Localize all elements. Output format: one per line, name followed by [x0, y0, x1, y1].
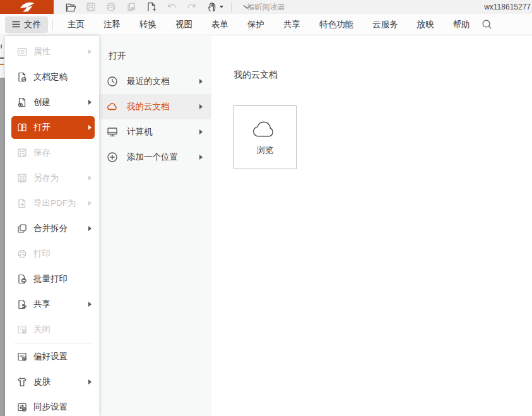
file-menu-item: 打印 — [5, 241, 99, 266]
file-menu-item-label: 批量打印 — [33, 273, 68, 285]
share-icon — [16, 299, 28, 310]
file-menu-item-label: 创建 — [33, 97, 50, 108]
submenu-arrow-icon — [88, 226, 92, 231]
save-file-icon — [16, 147, 28, 158]
file-menu-item-label: 导出PDF为 — [33, 198, 76, 209]
hand-tool-caret-icon[interactable] — [220, 6, 223, 8]
file-menu-item[interactable]: 创建 — [5, 90, 99, 115]
submenu-arrow-icon — [199, 129, 203, 134]
submenu-arrow-icon — [88, 201, 92, 206]
search-button[interactable] — [481, 18, 493, 30]
toolbar-separator — [231, 3, 232, 11]
open-submenu-item-label: 我的云文档 — [127, 101, 170, 112]
submenu-arrow-icon — [88, 302, 92, 307]
background-glyph — [0, 57, 4, 59]
menu-tab-10[interactable]: 放映 — [417, 19, 434, 30]
menubar: 文件 主页注释转换视图表单保护共享特色功能云服务放映帮助 — [0, 14, 532, 35]
file-menu-item[interactable]: 皮肤 — [5, 369, 99, 395]
export-pdf-icon — [16, 198, 28, 209]
file-menu-item-label: 关闭 — [33, 324, 50, 335]
sync-settings-icon — [16, 401, 28, 413]
cloud-documents-icon — [106, 100, 119, 113]
foxit-logo-icon — [19, 1, 35, 13]
titlebar: 福昕阅读器 wx118615277 — [0, 0, 532, 14]
menu-tab-3[interactable]: 转换 — [139, 19, 157, 30]
file-menu-item[interactable]: 文档定稿 — [5, 64, 99, 90]
background-document-area — [0, 78, 5, 416]
recent-documents-icon — [106, 75, 119, 88]
printer-icon — [16, 248, 28, 259]
save-as-icon — [16, 172, 28, 184]
quick-access-toolbar — [61, 0, 257, 14]
submenu-arrow-icon — [88, 125, 92, 130]
file-menu-item-label: 合并拆分 — [33, 223, 68, 234]
browse-cloud-button[interactable]: 浏览 — [233, 105, 297, 169]
file-menu-item[interactable]: 打开 — [5, 115, 99, 140]
file-menu-item[interactable]: 批量打印 — [5, 266, 99, 292]
file-menu-list: 属性文档定稿创建打开保存另存为导出PDF为合并拆分打印批量打印共享关闭偏好设置皮… — [5, 39, 99, 416]
preferences-icon — [16, 351, 28, 362]
submenu-arrow-icon — [88, 175, 92, 181]
toolbar-overflow-icon[interactable] — [240, 1, 253, 13]
file-menu-pane: 属性文档定稿创建打开保存另存为导出PDF为合并拆分打印批量打印共享关闭偏好设置皮… — [5, 36, 99, 416]
merge-split-icon — [16, 223, 28, 234]
open-submenu-item-label: 计算机 — [127, 126, 153, 138]
file-menu-item-label: 皮肤 — [33, 376, 50, 388]
file-menu-item-label: 打印 — [33, 248, 50, 259]
cloud-documents-pane: 我的云文档 浏览 — [211, 36, 532, 416]
submenu-arrow-icon — [88, 100, 92, 105]
background-glyph — [0, 64, 4, 65]
menu-tab-6[interactable]: 保护 — [247, 19, 264, 30]
close-document-icon — [16, 324, 28, 335]
copy-pages-icon — [125, 1, 138, 13]
file-menu-button[interactable]: 文件 — [5, 16, 48, 33]
open-submenu-list: 最近的文档我的云文档计算机添加一个位置 — [99, 69, 211, 170]
open-folder-icon[interactable] — [64, 1, 77, 13]
file-menu-item[interactable]: 偏好设置 — [5, 344, 99, 369]
redo-icon — [186, 1, 198, 13]
background-page-sliver — [0, 36, 5, 416]
menu-tab-5[interactable]: 表单 — [211, 19, 228, 30]
file-menu-item: 导出PDF为 — [5, 191, 99, 216]
hand-tool-icon[interactable] — [206, 1, 218, 13]
open-submenu-item[interactable]: 添加一个位置 — [99, 145, 211, 170]
menu-tab-9[interactable]: 云服务 — [372, 19, 398, 30]
file-menu-divider — [14, 343, 93, 343]
menubar-items: 主页注释转换视图表单保护共享特色功能云服务放映帮助 — [58, 19, 480, 30]
new-document-icon[interactable] — [145, 1, 158, 13]
file-menu-item-label: 保存 — [33, 147, 50, 158]
menu-tab-2[interactable]: 注释 — [103, 19, 121, 30]
add-place-icon — [106, 151, 119, 163]
skin-icon — [16, 376, 28, 388]
submenu-arrow-icon — [199, 104, 203, 109]
batch-print-icon — [16, 273, 28, 285]
open-submenu-item[interactable]: 最近的文档 — [99, 69, 211, 94]
open-submenu-header: 打开 — [109, 51, 126, 62]
file-menu-item-label: 属性 — [33, 46, 50, 57]
file-menu-item-label: 同步设置 — [33, 401, 68, 413]
file-menu-item[interactable]: 共享 — [5, 292, 99, 317]
open-submenu-item[interactable]: 我的云文档 — [99, 94, 211, 119]
foxit-logo — [0, 0, 54, 14]
menu-tab-4[interactable]: 视图 — [175, 19, 192, 30]
menu-tab-7[interactable]: 共享 — [283, 19, 300, 30]
open-submenu-item[interactable]: 计算机 — [99, 119, 211, 145]
file-menu-item-label: 偏好设置 — [33, 351, 68, 362]
file-menu-item-label: 打开 — [33, 122, 50, 133]
file-menu-item[interactable]: 合并拆分 — [5, 216, 99, 241]
open-submenu-item-label: 添加一个位置 — [127, 152, 178, 163]
search-icon — [481, 18, 493, 30]
file-menu-button-label: 文件 — [24, 19, 41, 30]
file-menu-item[interactable]: 同步设置 — [5, 395, 99, 416]
menubar-separator — [52, 20, 53, 30]
menu-tab-8[interactable]: 特色功能 — [319, 19, 353, 30]
submenu-arrow-icon — [88, 379, 92, 384]
menu-tab-11[interactable]: 帮助 — [453, 19, 470, 30]
undo-icon — [165, 1, 178, 13]
open-icon — [16, 122, 28, 133]
menu-tab-1[interactable]: 主页 — [68, 19, 85, 30]
save-icon — [85, 1, 97, 13]
submenu-arrow-icon — [199, 155, 203, 160]
file-menu-item: 关闭 — [5, 317, 99, 342]
open-submenu-pane: 打开 最近的文档我的云文档计算机添加一个位置 — [99, 36, 211, 416]
